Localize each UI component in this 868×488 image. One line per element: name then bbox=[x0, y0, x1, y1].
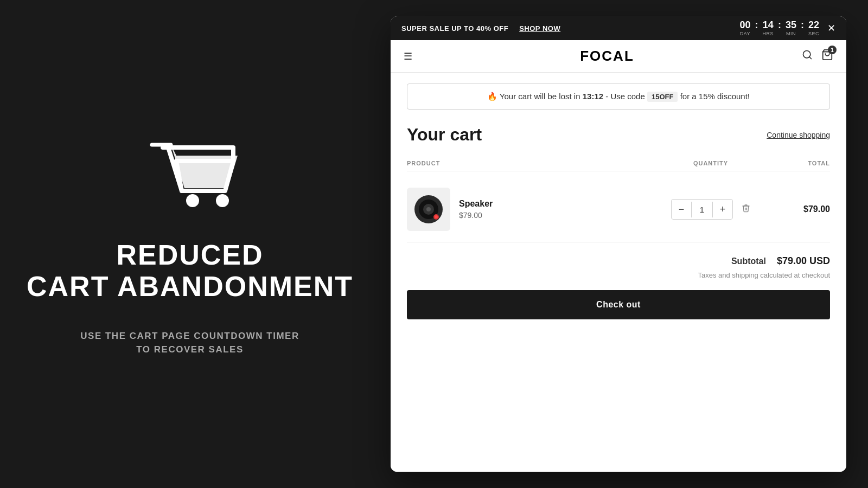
alert-time: 13:12 bbox=[583, 92, 603, 101]
search-icon[interactable] bbox=[802, 49, 813, 63]
svg-point-9 bbox=[426, 207, 431, 211]
quantity-value: 1 bbox=[691, 202, 713, 217]
col-quantity: QUANTITY bbox=[656, 160, 765, 166]
quantity-decrease-button[interactable]: − bbox=[672, 200, 691, 219]
cart-illustration bbox=[136, 131, 244, 218]
tax-note: Taxes and shipping calculated at checkou… bbox=[407, 271, 830, 279]
sale-banner-left: SUPER SALE UP TO 40% OFF SHOP NOW bbox=[401, 24, 560, 33]
timer-section: 00 DAY : 14 HRS : 35 MIN : 22 bbox=[739, 20, 835, 36]
svg-point-0 bbox=[186, 194, 199, 207]
col-total: TOTAL bbox=[765, 160, 830, 166]
alert-emoji: 🔥 bbox=[487, 92, 497, 101]
subtotal-value: $79.00 USD bbox=[777, 255, 830, 267]
timer-days: 00 DAY bbox=[739, 20, 750, 36]
delete-item-button[interactable] bbox=[742, 204, 750, 215]
subtotal-section: Subtotal $79.00 USD Taxes and shipping c… bbox=[407, 242, 830, 319]
alert-text-middle: - Use code bbox=[605, 92, 645, 101]
product-details: Speaker $79.00 bbox=[459, 199, 493, 220]
continue-shopping-link[interactable]: Continue shopping bbox=[767, 131, 830, 139]
cart-table-header: PRODUCT QUANTITY TOTAL bbox=[407, 156, 830, 171]
alert-text-after: for a 15% discount! bbox=[680, 92, 750, 101]
svg-point-1 bbox=[216, 194, 229, 207]
alert-code: 15OFF bbox=[647, 92, 678, 102]
sale-banner: SUPER SALE UP TO 40% OFF SHOP NOW 00 DAY… bbox=[391, 16, 846, 40]
cart-item: Speaker $79.00 − 1 + bbox=[407, 177, 830, 242]
quantity-control: − 1 + bbox=[656, 199, 765, 220]
right-panel: SUPER SALE UP TO 40% OFF SHOP NOW 00 DAY… bbox=[380, 0, 868, 488]
timer-seconds: 22 SEC bbox=[808, 20, 819, 36]
left-text-block: REDUCED CART ABANDONMENT USE THE CART PA… bbox=[27, 240, 353, 356]
sub-heading: USE THE CART PAGE COUNTDOWN TIMERTO RECO… bbox=[27, 329, 353, 357]
shop-now-link[interactable]: SHOP NOW bbox=[519, 24, 560, 33]
item-total: $79.00 bbox=[765, 204, 830, 214]
svg-line-4 bbox=[809, 57, 812, 59]
store-header: ☰ FOCAL 1 bbox=[391, 40, 846, 73]
product-unit-price: $79.00 bbox=[459, 211, 493, 220]
cart-title: Your cart bbox=[407, 125, 482, 145]
checkout-button[interactable]: Check out bbox=[407, 290, 830, 319]
timer-minutes: 35 MIN bbox=[786, 20, 796, 36]
cart-badge: 1 bbox=[828, 46, 837, 54]
cart-icon[interactable]: 1 bbox=[821, 49, 833, 63]
qty-wrapper: − 1 + bbox=[671, 199, 733, 220]
cart-header: Your cart Continue shopping bbox=[407, 125, 830, 145]
subtotal-row: Subtotal $79.00 USD bbox=[407, 255, 830, 267]
timer-sep-1: : bbox=[755, 20, 758, 30]
hamburger-icon[interactable]: ☰ bbox=[404, 50, 412, 62]
quantity-increase-button[interactable]: + bbox=[713, 200, 732, 219]
svg-point-11 bbox=[435, 215, 438, 219]
product-image bbox=[407, 188, 450, 231]
timer-sep-3: : bbox=[801, 20, 804, 30]
sale-text: SUPER SALE UP TO 40% OFF bbox=[401, 24, 508, 33]
store-logo: FOCAL bbox=[580, 48, 634, 65]
subtotal-label: Subtotal bbox=[731, 256, 766, 266]
left-panel: REDUCED CART ABANDONMENT USE THE CART PA… bbox=[0, 0, 380, 488]
countdown-timer: 00 DAY : 14 HRS : 35 MIN : 22 bbox=[739, 20, 819, 36]
countdown-alert: 🔥 Your cart will be lost in 13:12 - Use … bbox=[407, 84, 830, 110]
alert-text-before: Your cart will be lost in bbox=[500, 92, 580, 101]
timer-hours: 14 HRS bbox=[762, 20, 774, 36]
close-banner-button[interactable]: ✕ bbox=[827, 22, 835, 34]
header-icons: 1 bbox=[802, 49, 833, 63]
product-name: Speaker bbox=[459, 199, 493, 209]
main-heading: REDUCED CART ABANDONMENT bbox=[27, 240, 353, 301]
product-info: Speaker $79.00 bbox=[407, 188, 656, 231]
timer-sep-2: : bbox=[778, 20, 781, 30]
col-product: PRODUCT bbox=[407, 160, 656, 166]
browser-window: SUPER SALE UP TO 40% OFF SHOP NOW 00 DAY… bbox=[391, 16, 846, 472]
cart-content: 🔥 Your cart will be lost in 13:12 - Use … bbox=[391, 73, 846, 472]
